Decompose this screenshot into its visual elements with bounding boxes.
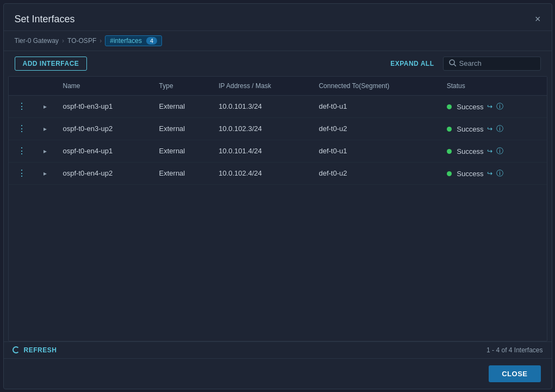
row-dots-cell: ⋮	[9, 95, 35, 117]
set-interfaces-modal: Set Interfaces × Tier-0 Gateway › TO-OSP…	[3, 3, 552, 389]
toolbar-right: EXPAND ALL	[390, 57, 540, 71]
status-link-icon[interactable]: ↪	[487, 147, 492, 155]
status-dot	[447, 171, 452, 176]
row-ip-mask: 10.0.101.3/24	[212, 95, 312, 117]
tag-badge: 4	[146, 37, 157, 45]
search-box	[443, 57, 541, 71]
table-header-row: Name Type IP Address / Mask Connected To…	[9, 77, 547, 96]
table-row: ⋮ ▸ ospf-t0-en3-up1 External 10.0.101.3/…	[9, 95, 547, 117]
row-status: Success ↪ ⓘ	[440, 95, 547, 117]
breadcrumb-tag: #interfaces 4	[105, 35, 162, 46]
breadcrumb-tier0: Tier-0 Gateway	[15, 37, 59, 45]
row-ip-mask: 10.0.102.3/24	[212, 117, 312, 140]
modal-overlay: Set Interfaces × Tier-0 Gateway › TO-OSP…	[0, 0, 555, 392]
row-name: ospf-t0-en4-up2	[57, 162, 153, 184]
row-status: Success ↪ ⓘ	[440, 162, 547, 184]
refresh-button[interactable]: REFRESH	[13, 346, 57, 354]
status-text: Success	[457, 125, 483, 133]
status-link-icon[interactable]: ↪	[487, 103, 492, 110]
pagination-info: 1 - 4 of 4 Interfaces	[487, 346, 542, 354]
col-type: Type	[153, 77, 213, 96]
row-expand-button[interactable]: ▸	[41, 169, 49, 178]
modal-header: Set Interfaces ×	[4, 4, 552, 31]
interfaces-table: Name Type IP Address / Mask Connected To…	[9, 77, 547, 185]
row-connected-to: def-t0-u2	[312, 162, 440, 184]
svg-line-1	[454, 64, 456, 66]
row-dots-cell: ⋮	[9, 162, 35, 184]
status-link-icon[interactable]: ↪	[487, 170, 492, 177]
status-text: Success	[457, 147, 483, 155]
row-context-menu-button[interactable]: ⋮	[15, 123, 28, 134]
status-dot	[447, 127, 452, 132]
row-expand-button[interactable]: ▸	[41, 124, 49, 134]
col-connected-to: Connected To(Segment)	[312, 77, 440, 96]
row-type: External	[153, 95, 213, 117]
modal-title: Set Interfaces	[15, 14, 75, 25]
row-connected-to: def-t0-u2	[312, 117, 440, 140]
row-dots-cell: ⋮	[9, 140, 35, 162]
row-name: ospf-t0-en3-up2	[57, 117, 153, 140]
row-context-menu-button[interactable]: ⋮	[15, 146, 28, 157]
row-expand-cell: ▸	[35, 162, 57, 184]
status-link-icon[interactable]: ↪	[487, 125, 492, 133]
toolbar: ADD INTERFACE EXPAND ALL	[4, 51, 552, 76]
status-info-icon[interactable]: ⓘ	[496, 125, 503, 133]
status-text: Success	[457, 103, 483, 111]
modal-footer: CLOSE	[4, 358, 552, 389]
row-name: ospf-t0-en3-up1	[57, 95, 153, 117]
row-status: Success ↪ ⓘ	[440, 117, 547, 140]
modal-close-x-button[interactable]: ×	[535, 14, 541, 24]
search-icon	[449, 59, 456, 68]
row-connected-to: def-t0-u1	[312, 140, 440, 162]
table-row: ⋮ ▸ ospf-t0-en3-up2 External 10.0.102.3/…	[9, 117, 547, 140]
breadcrumb-ospf: TO-OSPF	[67, 37, 96, 45]
row-ip-mask: 10.0.102.4/24	[212, 162, 312, 184]
row-context-menu-button[interactable]: ⋮	[15, 168, 28, 179]
row-type: External	[153, 162, 213, 184]
table-row: ⋮ ▸ ospf-t0-en4-up2 External 10.0.102.4/…	[9, 162, 547, 184]
refresh-label: REFRESH	[24, 346, 57, 354]
tag-label: #interfaces	[110, 37, 142, 45]
row-type: External	[153, 140, 213, 162]
row-context-menu-button[interactable]: ⋮	[15, 101, 28, 112]
breadcrumb: Tier-0 Gateway › TO-OSPF › #interfaces 4	[4, 31, 552, 51]
status-text: Success	[457, 170, 483, 178]
close-button[interactable]: CLOSE	[489, 365, 540, 382]
col-name: Name	[57, 77, 153, 96]
add-interface-button[interactable]: ADD INTERFACE	[15, 57, 88, 71]
status-info-icon[interactable]: ⓘ	[496, 169, 503, 177]
row-type: External	[153, 117, 213, 140]
col-actions	[9, 77, 35, 96]
refresh-icon	[13, 346, 20, 353]
row-status: Success ↪ ⓘ	[440, 140, 547, 162]
status-info-icon[interactable]: ⓘ	[496, 102, 503, 110]
col-status: Status	[440, 77, 547, 96]
expand-all-button[interactable]: EXPAND ALL	[390, 60, 434, 67]
table-footer: REFRESH 1 - 4 of 4 Interfaces	[4, 341, 552, 358]
row-expand-cell: ▸	[35, 117, 57, 140]
row-expand-button[interactable]: ▸	[41, 102, 49, 111]
row-dots-cell: ⋮	[9, 117, 35, 140]
row-ip-mask: 10.0.101.4/24	[212, 140, 312, 162]
status-info-icon[interactable]: ⓘ	[496, 147, 503, 155]
row-expand-button[interactable]: ▸	[41, 146, 49, 156]
row-name: ospf-t0-en4-up1	[57, 140, 153, 162]
row-connected-to: def-t0-u1	[312, 95, 440, 117]
status-dot	[447, 149, 452, 154]
status-dot	[447, 104, 452, 109]
table-row: ⋮ ▸ ospf-t0-en4-up1 External 10.0.101.4/…	[9, 140, 547, 162]
interfaces-table-container: Name Type IP Address / Mask Connected To…	[8, 76, 547, 341]
row-expand-cell: ▸	[35, 95, 57, 117]
col-ip-mask: IP Address / Mask	[212, 77, 312, 96]
row-expand-cell: ▸	[35, 140, 57, 162]
col-expand	[35, 77, 57, 96]
search-input[interactable]	[459, 59, 535, 67]
